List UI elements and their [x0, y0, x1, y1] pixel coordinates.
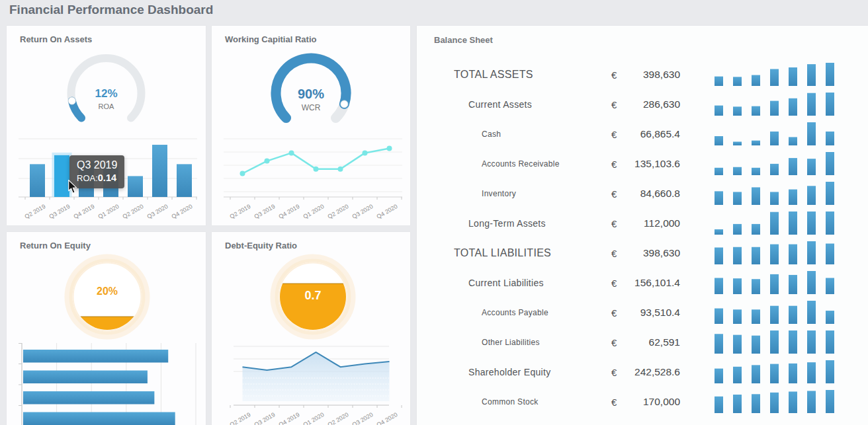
- account-label: Cash: [482, 130, 501, 139]
- account-label: Other Liabilities: [482, 338, 540, 347]
- card-return-on-assets: Return On Assets 12% ROA Q2 2019Q3 2019Q…: [7, 26, 206, 225]
- der-liquid-gauge: 0.7: [212, 252, 410, 344]
- account-amount: 398,630: [615, 247, 680, 259]
- card-return-on-equity: Return On Equity 20%: [7, 232, 206, 425]
- account-amount: 156,101.4: [615, 277, 680, 289]
- svg-text:Q2 2019: Q2 2019: [229, 411, 252, 425]
- trend-sparkline: [715, 329, 844, 354]
- wcr-gauge: 90% WCR: [212, 51, 410, 129]
- card-roe-title: Return On Equity: [20, 241, 91, 251]
- account-label: TOTAL ASSETS: [454, 69, 533, 81]
- account-amount: 66,865.4: [615, 128, 680, 140]
- card-der-title: Debt-Equity Ratio: [225, 241, 297, 251]
- account-label: Shareholder Equity: [468, 367, 550, 377]
- svg-text:Q2 2020: Q2 2020: [122, 203, 145, 220]
- balance-sheet-row: Other Liabilities€62,591: [417, 327, 868, 357]
- der-area-chart[interactable]: Q2 2019Q3 2019Q4 2019Q1 2020Q2 2020Q3 20…: [212, 341, 410, 425]
- trend-sparkline: [715, 180, 844, 206]
- wcr-gauge-metric: WCR: [302, 103, 321, 112]
- card-debt-equity-ratio: Debt-Equity Ratio 0.7 Q2 2019Q3 2019Q4 2…: [212, 232, 410, 425]
- svg-text:Q3 2019: Q3 2019: [253, 203, 277, 220]
- account-amount: 135,103.6: [615, 158, 680, 170]
- svg-text:Q2 2019: Q2 2019: [229, 203, 252, 220]
- trend-sparkline: [715, 240, 844, 265]
- balance-sheet-row: Common Stock€170,000: [417, 387, 868, 416]
- roa-gauge-metric: ROA: [99, 102, 115, 110]
- tooltip-category: Q3 2019: [77, 158, 117, 173]
- balance-sheet-row: Accounts Payable€93,510.4: [417, 297, 868, 327]
- account-amount: 93,510.4: [615, 307, 680, 319]
- balance-sheet-row: Current Assets€286,630: [417, 89, 868, 119]
- trend-sparkline: [715, 299, 844, 325]
- account-amount: 62,591: [615, 336, 680, 348]
- account-label: Long-Term Assets: [468, 218, 546, 229]
- svg-text:Q2 2020: Q2 2020: [327, 203, 350, 220]
- account-label: Inventory: [482, 189, 516, 198]
- trend-sparkline: [715, 210, 844, 235]
- der-gauge-value: 0.7: [304, 289, 321, 302]
- svg-text:Q4 2019: Q4 2019: [278, 411, 301, 425]
- balance-sheet-rows: TOTAL ASSETS€398,630Current Assets€286,6…: [417, 59, 868, 416]
- svg-text:Q4 2020: Q4 2020: [376, 203, 399, 220]
- balance-sheet-row: Inventory€84,660.8: [417, 178, 868, 208]
- svg-text:Q1 2020: Q1 2020: [302, 203, 326, 220]
- roe-liquid-gauge: 20%: [7, 252, 206, 344]
- account-label: Current Liabilities: [468, 278, 544, 288]
- balance-sheet-row: TOTAL LIABILITIES€398,630: [417, 238, 868, 268]
- wcr-line-chart[interactable]: Q2 2019Q3 2019Q4 2019Q1 2020Q2 2020Q3 20…: [212, 132, 410, 225]
- svg-text:Q4 2019: Q4 2019: [278, 203, 301, 220]
- trend-sparkline: [715, 121, 844, 146]
- mouse-cursor-icon: [67, 180, 78, 194]
- trend-sparkline: [715, 61, 844, 87]
- roa-gauge-value: 12%: [95, 87, 117, 100]
- account-amount: 242,528.6: [615, 366, 680, 378]
- account-amount: 286,630: [615, 98, 680, 110]
- svg-text:Q2 2019: Q2 2019: [24, 203, 47, 220]
- tooltip-value-line: ROA:0.14: [77, 173, 117, 184]
- wcr-gauge-value: 90%: [298, 87, 324, 101]
- trend-sparkline: [715, 151, 844, 176]
- balance-sheet-row: Cash€66,865.4: [417, 119, 868, 149]
- svg-text:Q3 2020: Q3 2020: [351, 203, 374, 220]
- svg-text:Q3 2020: Q3 2020: [146, 203, 169, 220]
- account-label: Common Stock: [482, 397, 539, 406]
- account-amount: 170,000: [615, 396, 680, 408]
- trend-sparkline: [715, 91, 844, 116]
- svg-text:Q1 2020: Q1 2020: [302, 411, 326, 425]
- card-roa-title: Return On Assets: [20, 34, 92, 44]
- card-working-capital-ratio: Working Capitial Ratio 90% WCR Q2 2019Q3…: [212, 26, 410, 225]
- balance-sheet-row: Current Liabilities€156,101.4: [417, 268, 868, 297]
- account-amount: 112,000: [615, 217, 680, 229]
- page-title: Financial Performance Dashboard: [9, 3, 213, 17]
- balance-sheet-panel: Balance Sheet TOTAL ASSETS€398,630Curren…: [417, 26, 868, 425]
- account-label: Accounts Payable: [482, 308, 548, 317]
- svg-text:Q4 2019: Q4 2019: [73, 203, 96, 220]
- trend-sparkline: [715, 359, 844, 384]
- account-label: TOTAL LIABILITIES: [454, 247, 551, 259]
- balance-sheet-title: Balance Sheet: [434, 35, 493, 45]
- balance-sheet-row: Accounts Receivable€135,103.6: [417, 149, 868, 178]
- balance-sheet-row: Long-Term Assets€112,000: [417, 208, 868, 238]
- roa-gauge: 12% ROA: [7, 51, 206, 129]
- account-amount: 84,660.8: [615, 188, 680, 200]
- svg-text:Q4 2020: Q4 2020: [376, 411, 399, 425]
- roe-hbar-chart[interactable]: [7, 343, 206, 425]
- account-label: Accounts Receivable: [482, 159, 560, 169]
- account-label: Current Assets: [468, 99, 532, 110]
- svg-text:Q3 2019: Q3 2019: [48, 203, 71, 220]
- trend-sparkline: [715, 270, 844, 295]
- svg-text:Q4 2020: Q4 2020: [171, 203, 194, 220]
- roe-gauge-value: 20%: [97, 286, 118, 297]
- dashboard-page: { "page": { "title": "Financial Performa…: [0, 0, 868, 425]
- svg-text:Q2 2020: Q2 2020: [327, 411, 350, 425]
- account-amount: 398,630: [615, 69, 680, 81]
- svg-text:Q3 2020: Q3 2020: [351, 411, 374, 425]
- svg-text:Q3 2019: Q3 2019: [253, 411, 277, 425]
- balance-sheet-row: TOTAL ASSETS€398,630: [417, 59, 868, 89]
- svg-text:Q1 2020: Q1 2020: [97, 203, 120, 220]
- card-wcr-title: Working Capitial Ratio: [225, 34, 316, 44]
- balance-sheet-row: Shareholder Equity€242,528.6: [417, 357, 868, 387]
- trend-sparkline: [715, 389, 844, 414]
